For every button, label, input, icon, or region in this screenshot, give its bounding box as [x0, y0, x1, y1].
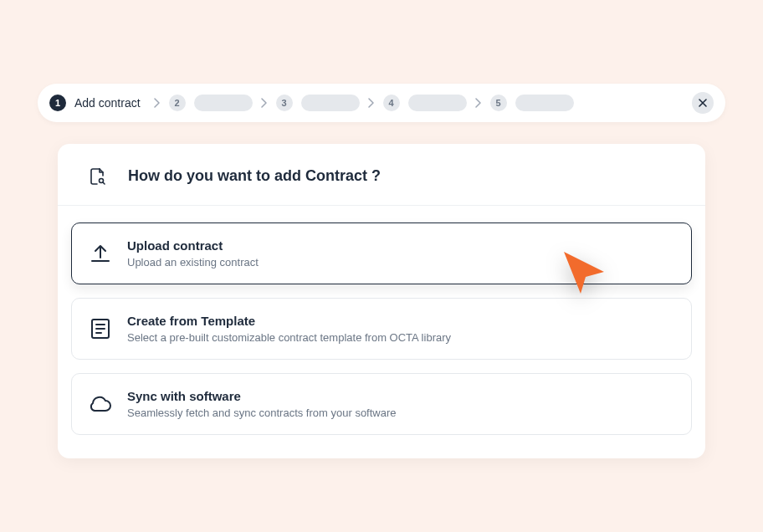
chevron-right-icon [154, 98, 161, 108]
close-icon [698, 98, 708, 108]
chevron-right-icon [368, 98, 375, 108]
panel-title: How do you want to add Contract ? [128, 167, 381, 185]
option-template-desc: Select a pre-built customizable contract… [127, 331, 451, 344]
option-upload-contract[interactable]: Upload contract Upload an existing contr… [71, 223, 692, 284]
option-template-text: Create from Template Select a pre-built … [127, 314, 451, 344]
option-sync-with-software[interactable]: Sync with software Seamlessly fetch and … [71, 373, 692, 435]
option-template-title: Create from Template [127, 314, 451, 328]
step-3-badge: 3 [276, 95, 293, 111]
chevron-right-icon [261, 98, 268, 108]
document-search-icon [86, 168, 110, 185]
option-sync-desc: Seamlessly fetch and sync contracts from… [127, 407, 397, 419]
stepper-bar: 1 Add contract 2 3 4 5 [38, 84, 725, 122]
step-1-label: Add contract [74, 96, 141, 110]
step-2-placeholder [194, 95, 253, 111]
template-icon [89, 318, 112, 340]
option-upload-desc: Upload an existing contract [127, 256, 259, 269]
step-4-placeholder [408, 95, 467, 111]
add-contract-panel: How do you want to add Contract ? Upload… [58, 144, 705, 458]
step-5-placeholder [515, 95, 574, 111]
step-5-badge: 5 [490, 95, 507, 111]
option-sync-title: Sync with software [127, 389, 397, 403]
step-3-placeholder [301, 95, 360, 111]
option-upload-title: Upload contract [127, 238, 259, 253]
cloud-icon [89, 395, 112, 413]
option-sync-text: Sync with software Seamlessly fetch and … [127, 389, 397, 419]
chevron-right-icon [475, 98, 482, 108]
close-button[interactable] [692, 92, 714, 114]
option-create-from-template[interactable]: Create from Template Select a pre-built … [71, 298, 692, 360]
step-4-badge: 4 [383, 95, 400, 111]
panel-header: How do you want to add Contract ? [58, 144, 705, 206]
options-list: Upload contract Upload an existing contr… [58, 206, 705, 435]
option-upload-text: Upload contract Upload an existing contr… [127, 238, 259, 269]
step-1-badge: 1 [49, 95, 66, 111]
upload-icon [89, 243, 112, 263]
step-2-badge: 2 [169, 95, 186, 111]
